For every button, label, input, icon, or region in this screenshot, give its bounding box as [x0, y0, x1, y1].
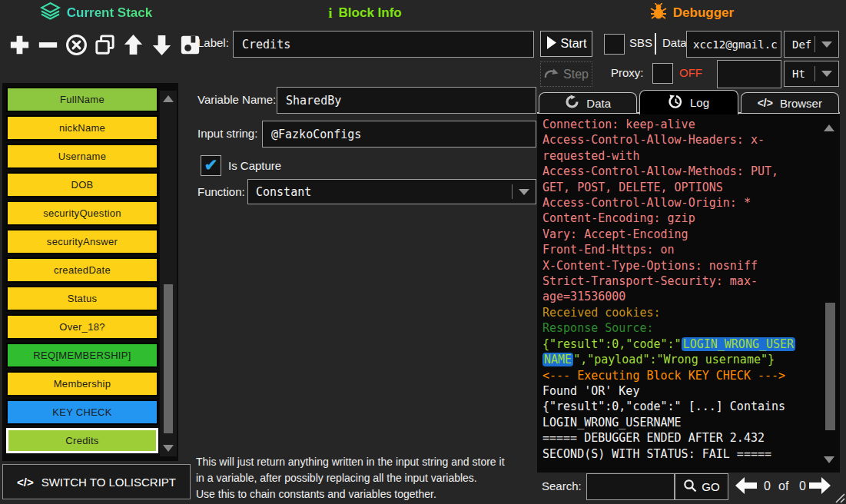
log-line: Received cookies: [542, 305, 811, 320]
remove-block-button[interactable] [35, 28, 61, 61]
variable-name-input[interactable] [277, 87, 536, 114]
wordlist-type-dropdown[interactable]: Def [784, 31, 839, 58]
is-capture-label: Is Capture [228, 159, 281, 172]
resize-grip[interactable] [833, 491, 845, 504]
bug-icon [650, 3, 667, 23]
block-info-title: Block Info [339, 5, 402, 21]
start-button[interactable]: Start [540, 31, 592, 57]
step-arrow-icon [544, 68, 559, 81]
log-scrollbar-thumb[interactable] [825, 303, 835, 430]
go-button-label: GO [702, 480, 719, 493]
stack-item-nickname[interactable]: nickName [6, 115, 158, 141]
block-description: This will just return anything written i… [196, 454, 551, 502]
log-line: Access-Control-Allow-Origin: * [542, 195, 811, 211]
proxy-type-dropdown[interactable]: Ht [784, 61, 839, 87]
debugger-title: Debugger [673, 5, 734, 21]
log-line: ===== DEBUGGER ENDED AFTER 2.432 SECOND(… [542, 430, 811, 462]
search-input[interactable] [586, 473, 675, 500]
code-icon: </> [17, 476, 34, 489]
tab-browser[interactable]: </> Browser [741, 92, 839, 113]
refresh-icon [565, 94, 579, 111]
openbullet-config-stacker-window: Current Stack i Block Info Debugger [0, 0, 846, 504]
check-icon: ✔ [204, 157, 218, 173]
previous-match-button[interactable] [734, 476, 758, 498]
chevron-down-icon [815, 71, 838, 77]
code-icon: </> [758, 97, 773, 109]
log-content: Connection: keep-aliveAccess-Control-All… [542, 117, 811, 462]
step-button[interactable]: Step [540, 61, 592, 87]
data-input[interactable] [686, 31, 781, 58]
function-dropdown-value: Constant [248, 185, 512, 199]
proxy-input[interactable] [717, 60, 781, 88]
label-input[interactable] [233, 31, 534, 58]
stack-item-username[interactable]: Username [6, 144, 158, 169]
block-info-header: i Block Info [192, 0, 538, 26]
start-button-label: Start [561, 37, 587, 51]
input-string-label: Input string: [197, 127, 257, 140]
log-line: Vary: Accept-Encoding [542, 227, 811, 242]
stack-item-securityanswer[interactable]: securityAnswer [6, 229, 158, 254]
switch-to-loliscript-button[interactable]: </> SWITCH TO LOLISCRIPT [2, 464, 191, 499]
stack-panel: FullNamenickNameUsernameDOBsecurityQuest… [2, 83, 178, 461]
switch-button-label: SWITCH TO LOLISCRIPT [41, 476, 176, 489]
stack-item-credits[interactable]: Credits [6, 428, 158, 453]
search-label: Search: [542, 479, 582, 492]
log-line: Front-End-Https: on [542, 242, 811, 257]
play-icon [546, 36, 556, 52]
scroll-down-icon[interactable] [824, 456, 834, 463]
step-button-label: Step [563, 68, 589, 81]
stack-scrollbar-thumb[interactable] [164, 284, 173, 433]
is-capture-checkbox[interactable]: ✔ [201, 155, 221, 176]
chevron-down-icon [815, 41, 838, 48]
stack-item-over-18[interactable]: Over_18? [6, 314, 158, 340]
log-line: Access-Control-Allow-Methods: PUT, GET, … [542, 164, 811, 195]
search-icon [683, 479, 697, 495]
log-line: Connection: keep-alive [542, 117, 811, 132]
proxy-type-value: Ht [785, 68, 814, 80]
stack-item-req-membership[interactable]: REQ[MEMBERSHIP] [6, 343, 158, 368]
log-line: <--- Executing Block KEY CHECK ---> [542, 368, 811, 383]
log-line: Strict-Transport-Security: max-age=31536… [542, 274, 811, 305]
duplicate-block-button[interactable] [91, 28, 118, 61]
match-index: 0 [764, 479, 771, 493]
scroll-up-icon[interactable] [163, 95, 174, 102]
controls-divider [655, 33, 656, 55]
sbs-checkbox[interactable]: ✔ [604, 34, 625, 55]
sbs-label: SBS [629, 36, 652, 49]
add-block-button[interactable] [6, 28, 33, 61]
clear-stack-button[interactable] [63, 28, 90, 61]
match-total: 0 [799, 479, 806, 493]
stack-list: FullNamenickNameUsernameDOBsecurityQuest… [6, 87, 158, 456]
next-match-button[interactable] [808, 476, 832, 498]
current-stack-title: Current Stack [67, 5, 152, 21]
tab-data[interactable]: Data [539, 92, 637, 113]
debugger-header: Debugger [538, 0, 846, 26]
proxy-label: Proxy: [611, 66, 644, 79]
stack-item-membership[interactable]: Membership [6, 371, 158, 396]
debugger-log: Connection: keep-aliveAccess-Control-All… [537, 112, 840, 472]
stack-item-key-check[interactable]: KEY CHECK [6, 400, 158, 425]
info-icon: i [328, 5, 332, 22]
scroll-up-icon[interactable] [824, 124, 834, 131]
debugger-tabs: Data Log </> Browser [539, 90, 839, 114]
log-line: Access-Control-Allow-Headers: x-requeste… [542, 132, 811, 164]
input-string-input[interactable] [262, 121, 536, 148]
stack-item-securityquestion[interactable]: securityQuestion [6, 201, 158, 226]
tab-log[interactable]: Log [639, 90, 738, 114]
stack-scrollbar[interactable] [160, 91, 177, 456]
search-go-button[interactable]: GO [675, 473, 728, 500]
function-label: Function: [197, 185, 245, 198]
move-up-button[interactable] [120, 28, 147, 61]
move-down-button[interactable] [148, 28, 175, 61]
proxy-status: OFF [679, 66, 702, 79]
proxy-checkbox[interactable]: ✔ [652, 63, 673, 84]
function-dropdown[interactable]: Constant [247, 179, 536, 204]
wordlist-type-value: Def [785, 38, 814, 51]
stack-item-status[interactable]: Status [6, 286, 158, 311]
stack-item-createddate[interactable]: createdDate [6, 257, 158, 283]
stack-toolbar [6, 28, 204, 61]
stack-item-dob[interactable]: DOB [6, 172, 158, 197]
stack-item-fullname[interactable]: FullName [6, 87, 158, 112]
scroll-down-icon[interactable] [163, 445, 174, 452]
variable-name-label: Variable Name: [197, 93, 276, 106]
